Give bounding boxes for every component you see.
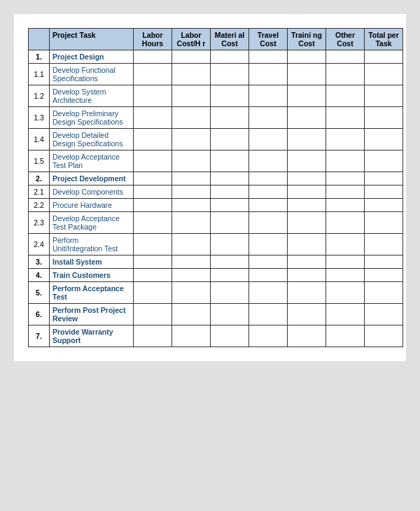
row-task-name: Develop Detailed Design Specifications: [50, 129, 134, 150]
data-cell: [211, 282, 249, 304]
data-cell: [288, 50, 326, 64]
data-cell: [288, 107, 326, 129]
table-row: 1.4Develop Detailed Design Specification…: [29, 129, 403, 150]
row-task-name: Provide Warranty Support: [50, 326, 134, 347]
row-task-name: Procure Hardware: [50, 199, 134, 212]
data-cell: [211, 107, 249, 129]
data-cell: [211, 50, 249, 64]
data-cell: [211, 269, 249, 282]
data-cell: [211, 304, 249, 326]
data-cell: [249, 172, 288, 186]
data-cell: [172, 234, 211, 255]
row-number: 1.5: [29, 150, 50, 172]
header-project-task: Project Task: [50, 29, 134, 50]
table-row: 1.Project Design: [29, 50, 403, 64]
data-cell: [288, 326, 326, 347]
row-task-name: Develop Components: [50, 186, 134, 199]
data-cell: [365, 64, 403, 85]
data-cell: [326, 199, 365, 212]
data-cell: [365, 269, 403, 282]
data-cell: [288, 85, 326, 107]
row-task-name: Develop Acceptance Test Plan: [50, 150, 134, 172]
data-cell: [249, 85, 288, 107]
data-cell: [288, 172, 326, 186]
data-cell: [249, 50, 288, 64]
data-cell: [134, 234, 172, 255]
data-cell: [249, 282, 288, 304]
data-cell: [365, 282, 403, 304]
data-cell: [172, 212, 211, 234]
row-number: 3.: [29, 255, 50, 269]
row-number: 2.: [29, 172, 50, 186]
table-row: 2.4Perform Unit/Integration Test: [29, 234, 403, 255]
data-cell: [288, 186, 326, 199]
data-cell: [134, 199, 172, 212]
data-cell: [211, 129, 249, 150]
row-number: 5.: [29, 282, 50, 304]
row-task-name: Perform Post Project Review: [50, 304, 134, 326]
table-row: 1.1Develop Functional Specifications: [29, 64, 403, 85]
data-cell: [326, 64, 365, 85]
header-material-cost: Materi al Cost: [211, 29, 249, 50]
data-cell: [249, 269, 288, 282]
header-num: [29, 29, 50, 50]
data-cell: [288, 199, 326, 212]
header-labor-hours: Labor Hours: [134, 29, 172, 50]
data-cell: [211, 64, 249, 85]
data-cell: [365, 85, 403, 107]
data-cell: [134, 107, 172, 129]
data-cell: [211, 199, 249, 212]
data-cell: [326, 50, 365, 64]
data-cell: [326, 186, 365, 199]
data-cell: [326, 212, 365, 234]
row-task-name: Develop Preliminary Design Specification…: [50, 107, 134, 129]
data-cell: [249, 234, 288, 255]
data-cell: [172, 199, 211, 212]
data-cell: [134, 282, 172, 304]
data-cell: [326, 255, 365, 269]
row-task-name: Project Development: [50, 172, 134, 186]
data-cell: [365, 212, 403, 234]
data-cell: [249, 212, 288, 234]
data-cell: [211, 186, 249, 199]
data-cell: [134, 304, 172, 326]
row-number: 2.1: [29, 186, 50, 199]
page: Project Task Labor Hours Labor Cost/H r …: [14, 14, 406, 361]
data-cell: [365, 255, 403, 269]
data-cell: [326, 269, 365, 282]
data-cell: [249, 186, 288, 199]
data-cell: [326, 85, 365, 107]
row-number: 1.4: [29, 129, 50, 150]
data-cell: [134, 129, 172, 150]
data-cell: [326, 234, 365, 255]
table-row: 5.Perform Acceptance Test: [29, 282, 403, 304]
row-number: 6.: [29, 304, 50, 326]
row-task-name: Perform Acceptance Test: [50, 282, 134, 304]
header-travel-cost: Travel Cost: [249, 29, 288, 50]
data-cell: [288, 234, 326, 255]
row-number: 2.4: [29, 234, 50, 255]
data-cell: [365, 186, 403, 199]
data-cell: [172, 326, 211, 347]
data-cell: [211, 326, 249, 347]
row-number: 7.: [29, 326, 50, 347]
data-cell: [365, 199, 403, 212]
header-total-per-task: Total per Task: [365, 29, 403, 50]
data-cell: [134, 172, 172, 186]
data-cell: [172, 269, 211, 282]
data-cell: [211, 212, 249, 234]
table-row: 4.Train Customers: [29, 269, 403, 282]
data-cell: [134, 150, 172, 172]
data-cell: [288, 304, 326, 326]
data-cell: [211, 150, 249, 172]
data-cell: [288, 269, 326, 282]
row-number: 4.: [29, 269, 50, 282]
row-task-name: Develop System Architecture: [50, 85, 134, 107]
data-cell: [249, 326, 288, 347]
data-cell: [249, 199, 288, 212]
data-cell: [326, 150, 365, 172]
data-cell: [134, 255, 172, 269]
data-cell: [365, 129, 403, 150]
data-cell: [172, 50, 211, 64]
data-cell: [288, 150, 326, 172]
